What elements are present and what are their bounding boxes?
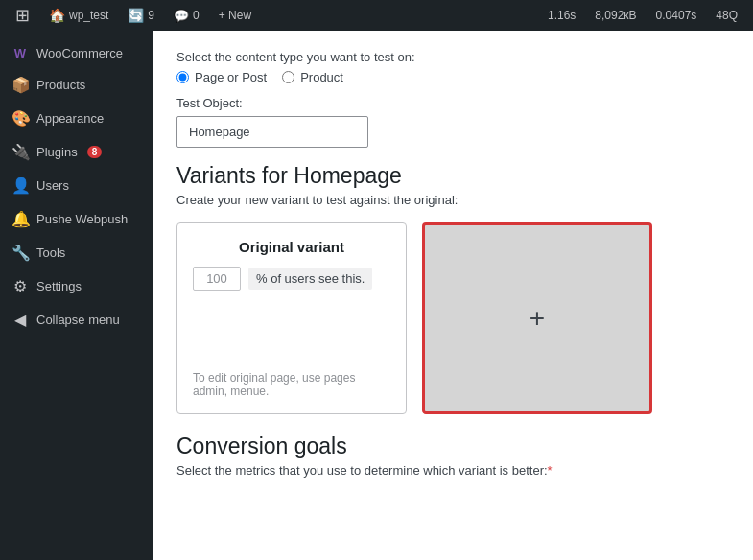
sidebar-item-users[interactable]: 👤 Users	[0, 169, 153, 202]
test-object-row: Test Object: Homepage	[176, 96, 730, 148]
sidebar-item-appearance[interactable]: 🎨 Appearance	[0, 102, 153, 135]
test-object-label: Test Object:	[176, 96, 730, 110]
sidebar-item-products[interactable]: 📦 Products	[0, 68, 153, 102]
percent-label: % of users see this.	[248, 268, 372, 290]
percent-value: 100	[193, 267, 241, 291]
content-area: Select the content type you want to test…	[153, 31, 753, 560]
woocommerce-icon: W	[12, 46, 29, 60]
updates-button[interactable]: 🔄 9	[120, 0, 162, 31]
new-variant-plus-icon: +	[529, 303, 545, 334]
sidebar-label-settings: Settings	[36, 279, 82, 293]
radio-page-or-post[interactable]	[176, 71, 189, 83]
sidebar-item-woocommerce[interactable]: W WooCommerce	[0, 38, 153, 68]
percent-row: 100 % of users see this.	[193, 267, 390, 291]
variant-note: To edit original page, use pages admin, …	[193, 363, 390, 398]
products-icon: 📦	[12, 76, 29, 94]
admin-bar: ⊞ 🏠 wp_test 🔄 9 💬 0 + New 1.16s 8,092кB …	[0, 0, 753, 31]
perf-3: 0.0407s	[648, 0, 705, 31]
plugins-badge: 8	[87, 146, 103, 158]
tools-icon: 🔧	[12, 244, 29, 262]
content-type-label: Select the content type you want to test…	[176, 50, 730, 64]
new-label: + New	[219, 9, 251, 22]
home-icon: 🏠	[49, 8, 65, 23]
conversion-goals-title: Conversion goals	[176, 433, 730, 459]
sidebar-item-plugins[interactable]: 🔌 Plugins 8	[0, 135, 153, 169]
new-content-button[interactable]: + New	[211, 0, 259, 31]
updates-icon: 🔄	[128, 8, 144, 23]
wp-logo-button[interactable]: ⊞	[8, 0, 37, 31]
radio-product-label[interactable]: Product	[282, 70, 343, 84]
radio-page-or-post-text: Page or Post	[195, 70, 267, 84]
sidebar-label-collapse: Collapse menu	[36, 313, 120, 327]
perf-4: 48Q	[708, 0, 745, 31]
conversion-subtitle: Select the metrics that you use to deter…	[176, 463, 730, 478]
sidebar-label-woocommerce: WooCommerce	[36, 46, 123, 60]
sidebar-label-users: Users	[36, 178, 69, 193]
sidebar-label-appearance: Appearance	[36, 111, 104, 126]
sidebar-item-settings[interactable]: ⚙ Settings	[0, 269, 153, 303]
variants-subtitle: Create your new variant to test against …	[176, 193, 730, 207]
sidebar: W WooCommerce 📦 Products 🎨 Appearance 🔌 …	[0, 31, 153, 560]
sidebar-label-tools: Tools	[36, 245, 65, 260]
content-inner: Select the content type you want to test…	[153, 31, 753, 497]
site-name-label: wp_test	[69, 9, 108, 22]
sidebar-item-collapse[interactable]: ◀ Collapse menu	[0, 303, 153, 337]
collapse-icon: ◀	[12, 311, 29, 329]
new-variant-card[interactable]: +	[422, 222, 652, 414]
users-icon: 👤	[12, 176, 29, 195]
update-count: 9	[148, 9, 154, 22]
perf-1: 1.16s	[540, 0, 583, 31]
content-type-radio-group: Page or Post Product	[176, 70, 730, 84]
radio-product-text: Product	[300, 70, 343, 84]
original-variant-title: Original variant	[193, 239, 390, 255]
appearance-icon: 🎨	[12, 109, 29, 128]
variants-title: Variants for Homepage	[176, 163, 730, 189]
main-layout: W WooCommerce 📦 Products 🎨 Appearance 🔌 …	[0, 31, 753, 560]
radio-product[interactable]	[282, 71, 294, 83]
pushe-icon: 🔔	[12, 210, 29, 228]
perf-2: 8,092кB	[587, 0, 644, 31]
content-type-row: Select the content type you want to test…	[176, 50, 730, 84]
sidebar-item-tools[interactable]: 🔧 Tools	[0, 236, 153, 269]
sidebar-label-plugins: Plugins	[36, 145, 78, 159]
comments-button[interactable]: 💬 0	[166, 0, 207, 31]
plugins-icon: 🔌	[12, 143, 29, 161]
original-variant-card: Original variant 100 % of users see this…	[176, 222, 407, 414]
sidebar-label-products: Products	[36, 78, 85, 92]
test-object-value: Homepage	[176, 116, 368, 148]
wp-logo-icon: ⊞	[15, 5, 30, 26]
required-asterisk: *	[548, 463, 553, 478]
sidebar-item-pushe[interactable]: 🔔 Pushe Webpush	[0, 202, 153, 236]
settings-icon: ⚙	[12, 277, 29, 295]
sidebar-label-pushe: Pushe Webpush	[36, 212, 128, 226]
radio-page-or-post-label[interactable]: Page or Post	[176, 70, 267, 84]
variants-row: Original variant 100 % of users see this…	[176, 222, 730, 414]
comment-icon: 💬	[174, 9, 189, 23]
site-name-button[interactable]: 🏠 wp_test	[41, 0, 116, 31]
comment-count: 0	[193, 9, 200, 22]
